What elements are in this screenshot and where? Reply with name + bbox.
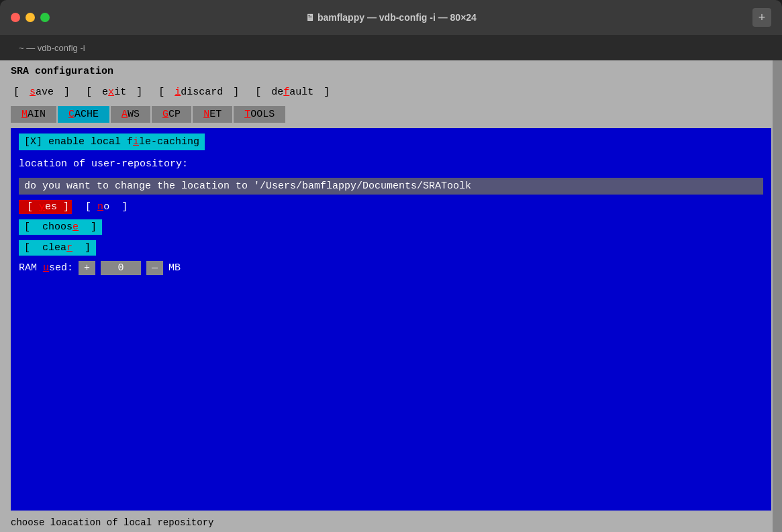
save-button[interactable]: [ save ] <box>11 85 72 99</box>
status-bar: choose loacation of local repository <box>0 513 782 532</box>
clear-row: [ clear ] <box>19 240 763 256</box>
nav-tabs: MAIN CACHE AWS GCP NET TOOLS <box>0 103 782 125</box>
no-button[interactable]: [ no ] <box>83 200 130 214</box>
title-bar: 🖥 bamflappy — vdb-config -i — 80×24 + <box>0 0 782 35</box>
content-area: [X] enable local file-caching location o… <box>11 128 771 511</box>
tab-tools[interactable]: TOOLS <box>234 106 287 123</box>
tab-main[interactable]: MAIN <box>11 106 58 123</box>
sra-header: SRA configuration <box>0 60 782 81</box>
close-button[interactable] <box>11 13 20 22</box>
title-icon: 🖥 <box>305 12 317 23</box>
choose-row: [ choose ] <box>19 219 763 235</box>
maximize-button[interactable] <box>40 13 50 22</box>
yesno-row: [ yes ] [ no ] <box>19 200 763 214</box>
ram-unit: MB <box>168 262 181 274</box>
tab-gcp[interactable]: GCP <box>152 106 193 123</box>
window-title: 🖥 bamflappy — vdb-config -i — 80×24 <box>305 12 477 23</box>
exit-underline: x <box>108 87 114 98</box>
tab-cache[interactable]: CACHE <box>58 106 111 123</box>
discard-button[interactable]: [ idiscard ] <box>156 85 242 99</box>
default-underline: f <box>283 87 289 98</box>
discard-underline: i <box>175 87 181 98</box>
terminal: SRA configuration [ save ] [ exit ] [ id… <box>0 60 782 532</box>
selected-marker <box>21 202 26 213</box>
ram-label: RAM used: <box>19 262 73 274</box>
clear-button[interactable]: [ clear ] <box>19 240 96 256</box>
tab-bar: ~ — vdb-config -i <box>0 35 782 60</box>
minimize-button[interactable] <box>26 13 35 22</box>
default-button[interactable]: [ default ] <box>252 85 332 99</box>
scrollbar[interactable] <box>773 60 782 532</box>
choose-button[interactable]: [ choose ] <box>19 219 102 235</box>
location-label: location of user-repository: <box>19 156 763 172</box>
checkbox-underline: i <box>133 136 139 148</box>
tab-aws[interactable]: AWS <box>111 106 152 123</box>
exit-button[interactable]: [ exit ] <box>83 85 145 99</box>
ram-value: 0 <box>101 261 141 275</box>
new-tab-button[interactable]: + <box>752 8 771 27</box>
path-line: do you want to change the location to '/… <box>19 178 763 195</box>
ram-row: RAM used: + 0 — MB <box>19 261 763 275</box>
save-underline: s <box>30 87 36 98</box>
tab-net[interactable]: NET <box>193 106 234 123</box>
ram-minus-button[interactable]: — <box>146 261 163 275</box>
yes-button[interactable]: [ yes ] <box>19 200 72 214</box>
ram-plus-button[interactable]: + <box>79 261 95 275</box>
action-buttons-row: [ save ] [ exit ] [ idiscard ] [ default… <box>0 81 782 103</box>
tab-item[interactable]: ~ — vdb-config -i <box>11 40 93 56</box>
traffic-lights <box>11 13 50 22</box>
enable-caching-checkbox[interactable]: [X] enable local file-caching <box>19 134 205 150</box>
